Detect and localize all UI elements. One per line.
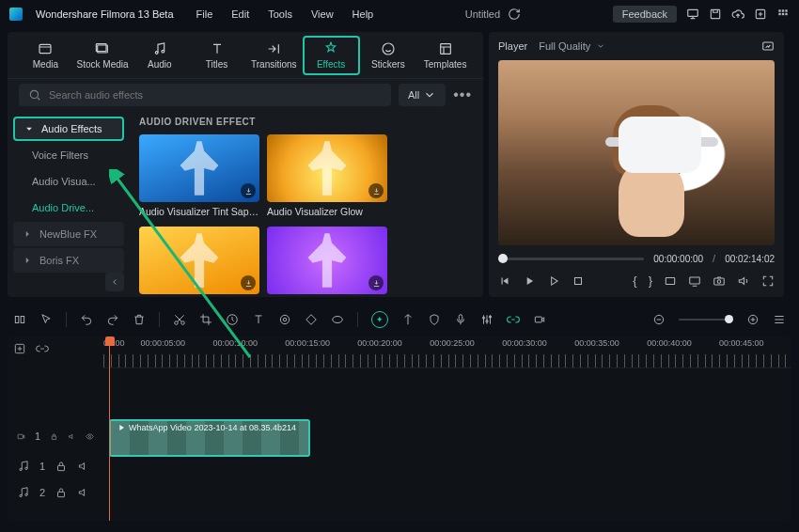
zoom-slider[interactable] xyxy=(679,319,733,321)
effect-card-3[interactable] xyxy=(139,227,259,297)
tab-media[interactable]: Media xyxy=(17,38,74,73)
crop-icon[interactable] xyxy=(199,313,212,326)
volume-icon[interactable] xyxy=(737,274,750,288)
mic-icon[interactable] xyxy=(454,313,467,326)
speed-icon[interactable] xyxy=(226,313,239,326)
snapshot-icon[interactable] xyxy=(761,39,775,53)
effect-card-sapphire[interactable]: Audio Visualizer Tint Sapphire xyxy=(139,134,259,217)
mute-icon[interactable] xyxy=(68,430,76,443)
play-outline-icon[interactable] xyxy=(547,274,560,288)
redo-icon[interactable] xyxy=(106,313,119,326)
more-dots-icon[interactable]: ••• xyxy=(453,86,472,103)
playhead[interactable] xyxy=(109,336,110,521)
mark-out-icon[interactable]: } xyxy=(649,274,652,288)
delete-icon[interactable] xyxy=(133,313,146,326)
menu-file[interactable]: File xyxy=(196,8,213,20)
svg-rect-15 xyxy=(440,43,450,54)
mute-icon[interactable] xyxy=(77,460,90,473)
track-head-audio-1[interactable]: 1 xyxy=(8,453,103,479)
grid-icon[interactable] xyxy=(776,8,790,21)
snap-icon[interactable] xyxy=(13,313,26,326)
shield-icon[interactable] xyxy=(428,313,441,326)
lock-icon[interactable] xyxy=(55,486,68,499)
cloud-upload-icon[interactable] xyxy=(731,8,744,21)
zoom-out-icon[interactable] xyxy=(652,313,666,326)
track-add-icon[interactable] xyxy=(13,342,26,355)
stop-icon[interactable] xyxy=(572,274,585,288)
svg-rect-1 xyxy=(711,9,719,18)
preview-quality[interactable]: Full Quality xyxy=(539,40,605,52)
sidebar-collapse-button[interactable] xyxy=(105,273,124,291)
tab-audio[interactable]: Audio xyxy=(131,38,188,73)
export-icon[interactable] xyxy=(754,8,767,21)
preview-pane: Player Full Quality 00:00:00:00 / 00:02:… xyxy=(489,32,784,297)
eye-icon[interactable] xyxy=(86,430,94,443)
download-icon[interactable] xyxy=(368,183,384,198)
sidebar-group-newblue[interactable]: NewBlue FX xyxy=(13,222,124,246)
mask-icon[interactable] xyxy=(331,313,344,326)
desktop-icon[interactable] xyxy=(686,8,699,21)
fullscreen-icon[interactable] xyxy=(761,274,775,288)
menu-tools[interactable]: Tools xyxy=(268,8,292,20)
timeline-clip[interactable]: WhatsApp Video 2023-10-14 at 08.35.4b214 xyxy=(109,419,310,457)
tab-stock-media[interactable]: Stock Media xyxy=(74,38,132,73)
save-icon[interactable] xyxy=(709,8,722,21)
download-icon[interactable] xyxy=(241,275,256,290)
tab-stickers[interactable]: Stickers xyxy=(360,38,417,73)
download-icon[interactable] xyxy=(368,275,384,290)
record-icon[interactable] xyxy=(533,313,546,326)
text-icon[interactable] xyxy=(252,313,265,326)
time-ruler[interactable]: 00:00 00:00:05:0000:00:10:0000:00:15:00 … xyxy=(103,336,791,368)
keyframe-icon[interactable] xyxy=(305,313,318,326)
mixer-icon[interactable] xyxy=(480,313,494,326)
color-icon[interactable] xyxy=(278,313,291,326)
tab-transitions[interactable]: Transitions xyxy=(245,38,303,73)
sidebar-group-boris[interactable]: Boris FX xyxy=(13,248,124,273)
svg-rect-47 xyxy=(58,492,65,496)
zoom-knob[interactable] xyxy=(725,315,733,323)
cursor-icon[interactable] xyxy=(39,313,53,326)
tab-effects[interactable]: Effects xyxy=(303,36,360,75)
preview-video[interactable] xyxy=(498,60,775,245)
ai-icon[interactable]: ✦ xyxy=(371,311,388,328)
menu-view[interactable]: View xyxy=(311,8,334,20)
mark-in-icon[interactable]: { xyxy=(633,274,636,288)
menu-help[interactable]: Help xyxy=(352,8,374,20)
sidebar-group-audio-effects[interactable]: Audio Effects xyxy=(13,117,124,141)
search-input[interactable] xyxy=(49,89,382,101)
effect-card-glow[interactable]: Audio Visualizer Glow xyxy=(267,134,387,217)
download-icon[interactable] xyxy=(241,183,256,198)
track-headers: 1 1 2 xyxy=(8,336,103,521)
display-icon[interactable] xyxy=(688,274,701,288)
filter-all[interactable]: All xyxy=(399,84,446,106)
marker-icon[interactable] xyxy=(401,313,415,326)
scrub-knob[interactable] xyxy=(498,254,508,263)
sidebar-item-voice-filters[interactable]: Voice Filters xyxy=(13,143,124,167)
track-link-icon[interactable] xyxy=(36,342,49,355)
camera-icon[interactable] xyxy=(713,274,726,288)
cut-icon[interactable] xyxy=(173,313,186,326)
sidebar-item-audio-visualizer[interactable]: Audio Visua... xyxy=(13,169,124,194)
undo-icon[interactable] xyxy=(80,313,93,326)
lock-icon[interactable] xyxy=(50,430,58,443)
effect-card-4[interactable] xyxy=(267,227,387,297)
scrub-track[interactable] xyxy=(498,258,644,260)
tab-templates[interactable]: Templates xyxy=(416,38,474,73)
aspect-icon[interactable] xyxy=(664,274,677,288)
search-field[interactable] xyxy=(19,84,391,106)
play-icon[interactable] xyxy=(523,274,536,288)
lock-icon[interactable] xyxy=(55,460,68,473)
prev-frame-icon[interactable] xyxy=(498,274,511,288)
view-options-icon[interactable] xyxy=(773,313,786,326)
tab-titles[interactable]: Titles xyxy=(188,38,245,73)
menu-edit[interactable]: Edit xyxy=(231,8,249,20)
sidebar-item-audio-driven[interactable]: Audio Drive... xyxy=(13,196,124,220)
link-icon[interactable] xyxy=(507,313,520,326)
track-head-video-1[interactable]: 1 xyxy=(8,419,103,453)
zoom-in-icon[interactable] xyxy=(746,313,760,326)
mute-icon[interactable] xyxy=(77,486,90,499)
tracks-area[interactable]: 00:00 00:00:05:0000:00:10:0000:00:15:00 … xyxy=(103,336,791,521)
svg-rect-44 xyxy=(58,465,65,470)
track-head-audio-2[interactable]: 2 xyxy=(8,479,103,506)
feedback-button[interactable]: Feedback xyxy=(613,6,677,23)
